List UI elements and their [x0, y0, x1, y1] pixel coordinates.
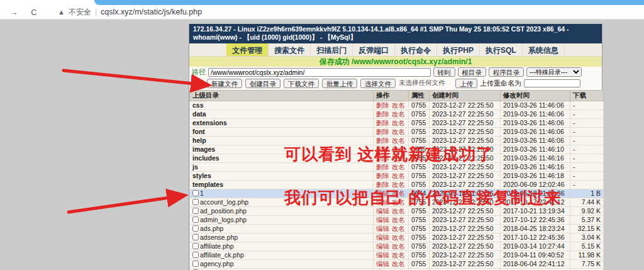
op-link[interactable]: 编辑 — [376, 251, 389, 259]
shell-tab-7[interactable]: 执行SQL — [480, 43, 523, 56]
column-header-4: 创建时间 — [430, 91, 501, 101]
new-file-button[interactable]: 新建文件 — [207, 79, 242, 88]
file-checkbox[interactable] — [192, 252, 199, 258]
op-link[interactable]: 删除 — [376, 128, 389, 135]
file-name-cell: agency.php — [190, 260, 374, 269]
table-row: styles删除改名07552023-12-27 22:25:502019-03… — [190, 172, 604, 181]
upload-rename-label: 上传重命名为 — [480, 79, 521, 88]
created-cell: 2023-12-27 22:25:50 — [430, 233, 501, 242]
shell-tab-6[interactable]: 执行PHP — [437, 43, 480, 56]
status-message: 保存成功 /www/wwwroot/cqslx.xyz/admin/1 — [189, 57, 602, 67]
op-link[interactable]: 改名 — [392, 172, 405, 179]
shell-tab-1[interactable]: 文件管理 — [226, 43, 269, 56]
upload-rename-input[interactable] — [524, 79, 580, 87]
op-link[interactable]: 改名 — [392, 101, 405, 109]
perm-cell: 0755 — [409, 110, 430, 119]
modified-cell: 2019-03-26 11:46:16 — [501, 154, 570, 163]
download-file-button[interactable]: 下载文件 — [284, 79, 319, 88]
dir-name-cell[interactable]: css — [190, 101, 374, 110]
file-action-row: 新建文件 创建目录 下载文件 批量上传 选择文件 未选择任何文件 上传 上传重命… — [189, 77, 602, 90]
program-dir-button[interactable]: 程序目录 — [489, 67, 524, 77]
download-cell: - — [570, 172, 604, 181]
op-link[interactable]: 编辑 — [376, 225, 389, 232]
op-link[interactable]: 删除 — [376, 110, 389, 118]
shell-tab-4[interactable]: 反弹端口 — [353, 43, 395, 56]
batch-upload-button[interactable]: 批量上传 — [322, 79, 357, 88]
download-cell[interactable]: 7.44 K — [570, 198, 604, 207]
active-browser-tab[interactable] — [94, 0, 644, 5]
op-link[interactable]: 改名 — [392, 242, 405, 250]
security-warning-icon: ▲ — [58, 8, 65, 16]
perm-cell: 0755 — [409, 101, 430, 110]
goto-button[interactable]: 转到 — [433, 67, 455, 77]
new-dir-button[interactable]: 创建目录 — [245, 79, 280, 88]
special-dirs-select[interactable]: ---特殊目录--- — [526, 67, 582, 77]
file-checkbox[interactable] — [192, 261, 199, 267]
op-link[interactable]: 删除 — [376, 172, 389, 179]
root-dir-button[interactable]: 根目录 — [458, 67, 487, 77]
op-link[interactable]: 编辑 — [376, 260, 389, 267]
op-link[interactable]: 编辑 — [376, 216, 389, 223]
forward-icon[interactable]: → — [9, 8, 19, 17]
file-table: 上级目录操作属性创建时间修改时间下载 css删除改名07552023-12-27… — [189, 90, 604, 270]
file-checkbox[interactable] — [192, 217, 199, 223]
op-link[interactable]: 改名 — [392, 110, 405, 118]
file-name-cell: adsense.php — [190, 233, 374, 242]
op-link[interactable]: 改名 — [392, 233, 405, 241]
file-checkbox[interactable] — [192, 199, 199, 205]
file-checkbox[interactable] — [192, 243, 199, 249]
dir-name-cell[interactable]: styles — [190, 172, 374, 181]
download-cell[interactable]: 5.15 K — [570, 242, 604, 251]
file-checkbox[interactable] — [192, 234, 199, 240]
download-cell[interactable]: 5.37 K — [570, 216, 604, 225]
dir-name-cell[interactable]: extensions — [190, 119, 374, 128]
omnibox[interactable]: ▲ 不安全 | cqslx.xyz/m/static/js/kefu.php — [58, 7, 202, 18]
op-link[interactable]: 编辑 — [376, 233, 389, 241]
upload-button[interactable]: 上传 — [455, 79, 477, 88]
table-row: agency.php编辑改名07552023-12-27 22:25:50201… — [190, 260, 604, 269]
operations-cell: 编辑改名 — [374, 225, 409, 233]
path-input[interactable] — [208, 68, 431, 77]
download-cell[interactable]: 1 B — [570, 189, 604, 198]
op-link[interactable]: 删除 — [376, 119, 389, 127]
dir-name-cell[interactable]: font — [190, 128, 374, 137]
shell-tab-5[interactable]: 执行命令 — [395, 43, 437, 56]
download-cell[interactable]: 9.92 K — [570, 207, 604, 216]
choose-file-button[interactable]: 选择文件 — [360, 79, 396, 88]
op-link[interactable]: 编辑 — [376, 242, 389, 250]
download-cell[interactable]: 3.04 K — [570, 233, 604, 242]
download-cell[interactable]: 32.15 K — [570, 225, 604, 233]
op-link[interactable]: 改名 — [392, 225, 405, 232]
created-cell: 2023-12-27 22:25:50 — [430, 110, 501, 119]
file-checkbox[interactable] — [192, 190, 199, 196]
shell-tab-3[interactable]: 扫描后门 — [311, 43, 353, 56]
download-cell[interactable]: 11.98 K — [570, 251, 604, 260]
reload-icon[interactable]: C — [29, 8, 39, 17]
file-checkbox[interactable] — [192, 225, 199, 232]
column-header-1[interactable]: 上级目录 — [190, 91, 374, 101]
modified-cell: 2019-03-26 11:46:06 — [501, 137, 570, 145]
dir-name-cell[interactable]: data — [190, 110, 374, 119]
perm-cell: 0755 — [409, 172, 430, 181]
op-link[interactable]: 改名 — [392, 260, 405, 267]
created-cell: 2023-12-27 22:25:50 — [430, 260, 501, 269]
created-cell: 2023-12-27 22:25:50 — [430, 251, 501, 260]
modified-cell: 2019-04-11 09:40:52 — [501, 251, 570, 260]
op-link[interactable]: 删除 — [376, 101, 389, 109]
file-checkbox[interactable] — [192, 208, 199, 214]
shell-tab-8[interactable]: 系统信息 — [523, 43, 565, 56]
op-link[interactable]: 改名 — [392, 128, 405, 135]
table-row: admin_logs.php编辑改名07552023-12-27 22:25:5… — [190, 216, 604, 225]
shell-tab-2[interactable]: 搜索文件 — [269, 43, 311, 56]
download-cell[interactable]: 7.75 K — [570, 260, 604, 269]
modified-cell: 2017-10-12 22:45:36 — [501, 233, 570, 242]
page-url: cqslx.xyz/m/static/js/kefu.php — [101, 8, 202, 16]
perm-cell: 0755 — [409, 251, 430, 260]
op-link[interactable]: 改名 — [392, 251, 405, 259]
download-cell: - — [570, 101, 604, 110]
security-label: 不安全 — [69, 7, 91, 18]
operations-cell: 删除改名 — [374, 119, 409, 128]
modified-cell: 2019-03-26 11:46:16 — [501, 163, 570, 172]
op-link[interactable]: 改名 — [392, 216, 405, 223]
op-link[interactable]: 改名 — [392, 119, 405, 127]
